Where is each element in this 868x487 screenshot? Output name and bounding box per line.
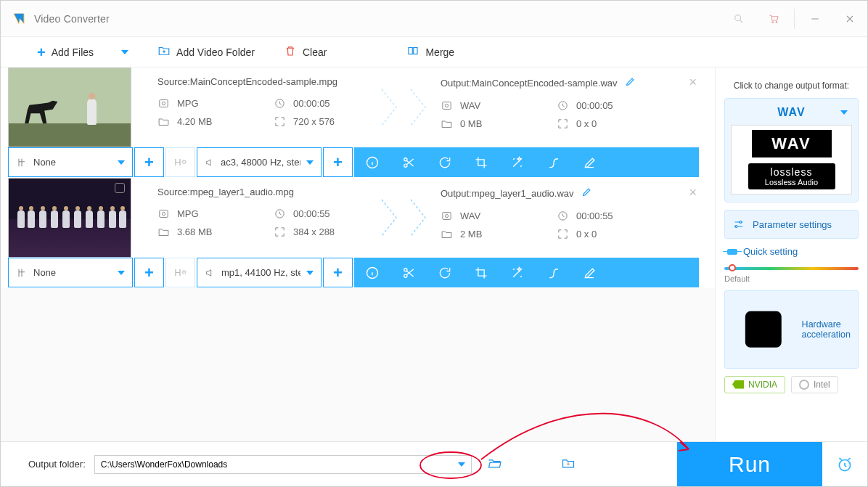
minimize-button[interactable] [798,1,832,36]
alarm-button[interactable] [822,442,867,486]
svg-point-23 [404,268,407,271]
crop-icon[interactable] [463,258,499,287]
add-files-button[interactable]: + Add Files [37,45,128,60]
open-folder-button[interactable] [486,456,502,473]
hardware-accel-button[interactable]: Hardware acceleration [724,290,859,369]
add-subtitle-button[interactable]: + [134,258,164,287]
nvidia-icon [732,380,744,389]
add-files-label: Add Files [52,46,94,58]
main-toolbar: + Add Files Add Video Folder Clear Merge [1,37,867,67]
clear-button[interactable]: Clear [284,44,327,60]
svg-rect-27 [756,322,771,337]
output-path-select[interactable]: C:\Users\WonderFox\Downloads [94,455,472,474]
app-logo-icon [11,11,27,27]
add-audio-button[interactable]: + [323,147,353,177]
format-cell: WAV [441,99,542,112]
svg-point-2 [776,21,777,22]
dimension-cell: 0 x 0 [557,118,658,130]
info-icon[interactable] [354,147,390,177]
output-label: Output: MainConceptEncoded-sample.wav [429,67,661,97]
conversion-arrow [378,178,429,258]
pencil-icon[interactable] [581,187,592,200]
add-subtitle-button[interactable]: + [134,147,164,177]
pencil-icon[interactable] [625,76,636,89]
chevron-down-icon [458,462,465,467]
conversion-arrow [378,67,429,147]
output-label: Output: mpeg_layer1_audio.wav [429,178,661,207]
format-hint: Click to change output format: [724,81,859,91]
hardware-toggle[interactable]: H⚙ [165,258,195,287]
edit-icon[interactable] [572,147,608,177]
svg-rect-15 [160,210,168,218]
svg-point-10 [445,104,448,107]
slider-default-label: Default [724,274,859,283]
dimension-cell: 384 x 288 [274,226,375,238]
subtitle-select[interactable]: None [8,147,133,177]
audio-track-select[interactable]: mp1, 44100 Hz, ster [197,258,322,287]
svg-point-13 [404,164,407,167]
app-title: Video Converter [34,13,110,25]
dimension-cell: 720 x 576 [274,115,375,128]
remove-item-button[interactable]: × [689,185,697,200]
svg-point-19 [445,214,448,217]
svg-rect-9 [443,102,451,110]
format-badge: WAV [752,130,832,157]
format-cell: MPG [157,208,259,220]
slider-handle[interactable] [729,264,736,271]
video-thumbnail[interactable] [8,178,131,258]
cart-icon[interactable] [756,1,791,36]
svg-point-0 [735,15,741,20]
empty-drop-area[interactable] [1,288,715,443]
dimension-cell: 0 x 0 [557,228,658,240]
intel-icon [799,380,809,390]
scissors-icon[interactable] [390,147,427,177]
plus-icon: + [37,45,46,60]
svg-rect-6 [160,100,168,107]
parameter-settings-button[interactable]: Parameter settings [724,210,859,239]
search-icon[interactable] [721,1,756,36]
rotate-icon[interactable] [427,258,463,287]
quick-setting-label: Quick setting [724,246,859,257]
output-folder-label: Output folder: [28,459,86,470]
svg-point-14 [404,157,407,160]
info-icon[interactable] [354,258,390,287]
quick-setting-icon [727,249,737,255]
close-button[interactable] [832,1,867,36]
filesize-cell: 3.68 MB [157,226,259,238]
filesize-cell: 4.20 MB [157,115,259,128]
merge-icon [406,44,419,60]
svg-point-1 [772,21,774,22]
side-panel: Click to change output format: WAV WAV l… [715,67,867,443]
edit-icon[interactable] [572,258,608,287]
output-folder-icon[interactable] [560,456,576,473]
format-select[interactable]: WAV [731,103,852,125]
hardware-toggle[interactable]: H⚙ [165,147,195,177]
chevron-down-icon [118,160,125,165]
duration-cell: 00:00:05 [274,97,375,110]
crop-icon[interactable] [463,147,499,177]
format-cell: MPG [157,97,259,110]
effects-icon[interactable] [499,147,536,177]
chevron-down-icon[interactable] [121,50,128,54]
clear-label: Clear [303,46,327,58]
run-button[interactable]: Run [677,442,822,486]
add-folder-button[interactable]: Add Video Folder [157,44,255,60]
watermark-icon[interactable] [536,147,572,177]
intel-badge[interactable]: Intel [791,376,838,393]
remove-item-button[interactable]: × [689,75,697,90]
format-preview: WAV lossless Lossless Audio [731,125,852,195]
output-format-box[interactable]: WAV WAV lossless Lossless Audio [724,98,859,202]
subtitle-select[interactable]: None [8,258,133,287]
video-thumbnail[interactable] [8,67,131,147]
merge-button[interactable]: Merge [406,44,454,60]
rotate-icon[interactable] [427,147,463,177]
quality-slider[interactable]: Default [724,267,859,283]
item-controls: None + H⚙ ac3, 48000 Hz, stereo + [8,147,699,177]
file-row: Source: mpeg_layer1_audio.mpg MPG 00:00:… [1,178,715,288]
audio-track-select[interactable]: ac3, 48000 Hz, stereo [197,147,322,177]
effects-icon[interactable] [499,258,536,287]
watermark-icon[interactable] [536,258,572,287]
nvidia-badge[interactable]: NVIDIA [724,376,785,393]
add-audio-button[interactable]: + [323,258,353,287]
scissors-icon[interactable] [390,258,427,287]
